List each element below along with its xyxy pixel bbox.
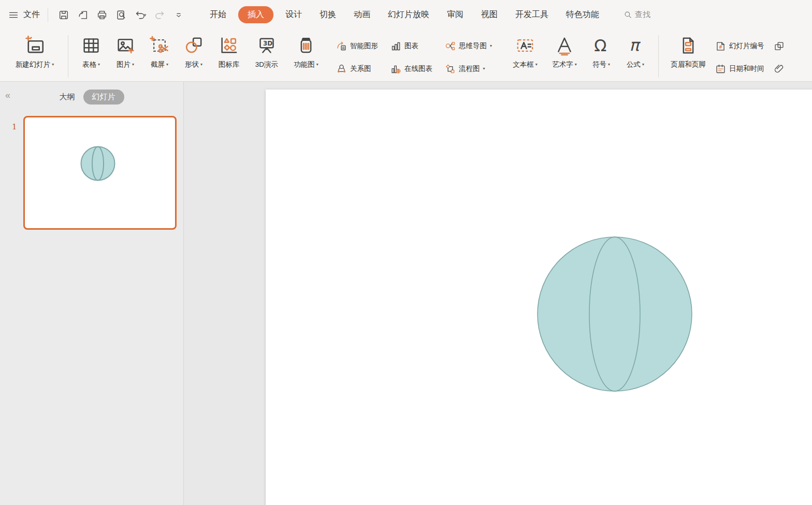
picture-button[interactable]: 图片▾ (108, 32, 142, 69)
chart-icon (390, 41, 401, 52)
menu-tabs: 开始 插入 设计 切换 动画 幻灯片放映 审阅 视图 开发工具 特色功能 (201, 6, 608, 23)
find-button[interactable]: 查找 (624, 10, 650, 20)
tab-insert[interactable]: 插入 (238, 6, 273, 23)
collapse-panel-icon[interactable]: « (5, 90, 9, 101)
tab-developer[interactable]: 开发工具 (506, 7, 557, 23)
file-menu[interactable]: 文件 (8, 9, 40, 20)
symbol-label: 符号 (592, 60, 606, 69)
sphere-shape[interactable] (536, 236, 693, 392)
textbox-button[interactable]: 文本框▾ (505, 32, 545, 69)
tab-slides[interactable]: 幻灯片 (83, 90, 124, 105)
formula-button[interactable]: π 公式▾ (618, 32, 653, 69)
slides-panel-header: « 大纲 幻灯片 (0, 82, 183, 112)
tab-view[interactable]: 视图 (472, 7, 506, 23)
chevron-down-icon (174, 10, 183, 20)
header-footer-icon (678, 34, 699, 57)
ribbon: 新建幻灯片▾ 表格▾ 图片▾ (0, 29, 812, 82)
smart-graphics-icon (336, 41, 347, 52)
tab-design[interactable]: 设计 (277, 7, 311, 23)
flowchart-label: 流程图 (459, 64, 480, 73)
ribbon-separator (68, 35, 68, 78)
flowchart-button[interactable]: 流程图 ▾ (442, 58, 495, 80)
new-slide-icon (24, 34, 46, 57)
ribbon-stack-group-right: # 幻灯片编号 日期和时间 (712, 35, 767, 80)
smart-graphics-label: 智能图形 (350, 41, 378, 51)
tab-home[interactable]: 开始 (201, 7, 235, 23)
icon-library-button[interactable]: 图标库 (211, 32, 247, 69)
dropdown-caret: ▾ (575, 63, 577, 67)
undo-button[interactable]: ▾ (132, 7, 149, 23)
find-label: 查找 (635, 10, 650, 20)
icon-library-label: 图标库 (219, 60, 240, 69)
icon-library-icon (219, 34, 239, 57)
object-button[interactable] (771, 35, 788, 57)
wordart-button[interactable]: 艺术字▾ (545, 32, 584, 69)
picture-label: 图片 (117, 60, 130, 69)
redo-icon (154, 9, 165, 21)
smart-graphics-button[interactable]: 智能图形 (333, 35, 381, 57)
shapes-button[interactable]: 形状▾ (177, 32, 211, 69)
screenshot-label: 截屏 (151, 60, 165, 69)
tab-animations[interactable]: 动画 (345, 7, 379, 23)
formula-icon: π (625, 34, 646, 57)
relation-diagram-button[interactable]: 关系图 (333, 58, 381, 80)
symbol-button[interactable]: Ω 符号▾ (584, 32, 618, 69)
slide-number-icon: # (715, 41, 726, 52)
print-icon (96, 9, 108, 21)
screenshot-icon (149, 34, 170, 57)
presentation-3d-button[interactable]: 3D 3D演示 (247, 32, 286, 69)
header-footer-label: 页眉和页脚 (671, 60, 706, 69)
slide-thumbnail-number: 1 (12, 122, 17, 131)
output-pdf-icon (77, 9, 89, 21)
slides-panel: « 大纲 幻灯片 1 (0, 82, 184, 505)
dropdown-caret: ▾ (98, 63, 100, 67)
undo-dropdown-caret[interactable]: ▾ (144, 12, 147, 18)
tab-outline[interactable]: 大纲 (60, 92, 75, 102)
print-preview-button[interactable] (112, 7, 130, 23)
chart-label: 图表 (404, 41, 418, 51)
output-button[interactable] (74, 7, 92, 23)
tab-review[interactable]: 审阅 (438, 7, 472, 23)
save-icon (58, 9, 69, 21)
tab-transitions[interactable]: 切换 (311, 7, 345, 23)
dropdown-caret: ▾ (200, 63, 202, 67)
tab-special-features[interactable]: 特色功能 (557, 7, 608, 23)
slide-thumbnail[interactable] (23, 116, 177, 230)
online-chart-button[interactable]: 在线图表 (387, 58, 436, 80)
datetime-button[interactable]: 日期和时间 (712, 58, 767, 80)
object-icon (774, 41, 785, 52)
screenshot-button[interactable]: 截屏▾ (142, 32, 177, 69)
function-diagram-button[interactable]: 功能图▾ (286, 32, 326, 69)
online-chart-label: 在线图表 (404, 64, 432, 73)
save-button[interactable] (55, 7, 72, 23)
mindmap-button[interactable]: 思维导图 ▾ (442, 35, 495, 57)
toolbar-divider (48, 8, 48, 22)
datetime-icon (715, 64, 726, 75)
editing-canvas[interactable] (184, 82, 812, 505)
svg-text:#: # (719, 44, 722, 49)
wordart-label: 艺术字 (552, 60, 573, 69)
table-label: 表格 (82, 60, 96, 69)
attachment-button[interactable] (771, 58, 788, 80)
symbol-icon: Ω (591, 34, 612, 57)
slide-number-label: 幻灯片编号 (729, 41, 764, 51)
customize-quick-access-button[interactable] (170, 7, 187, 23)
new-slide-button[interactable]: 新建幻灯片▾ (7, 32, 62, 69)
formula-label: 公式 (627, 60, 641, 69)
print-button[interactable] (93, 7, 111, 23)
dropdown-caret: ▾ (483, 67, 485, 71)
table-button[interactable]: 表格▾ (74, 32, 108, 69)
header-footer-button[interactable]: 页眉和页脚 (664, 32, 712, 69)
slide-canvas[interactable] (266, 90, 812, 505)
datetime-label: 日期和时间 (729, 64, 764, 73)
dropdown-caret: ▾ (132, 63, 134, 67)
tab-slideshow[interactable]: 幻灯片放映 (379, 7, 438, 23)
new-slide-label: 新建幻灯片 (16, 60, 51, 69)
mindmap-label: 思维导图 (459, 41, 487, 51)
svg-text:Ω: Ω (594, 36, 606, 55)
textbox-label: 文本框 (513, 60, 534, 69)
chart-button[interactable]: 图表 (387, 35, 436, 57)
redo-button[interactable] (151, 7, 168, 23)
relation-diagram-icon (336, 64, 347, 75)
slide-number-button[interactable]: # 幻灯片编号 (712, 35, 767, 57)
